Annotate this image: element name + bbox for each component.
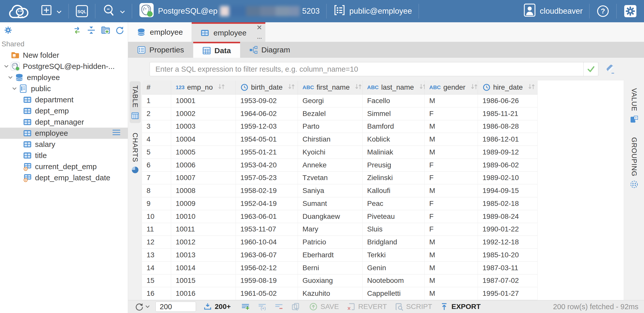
cell-birth_date[interactable]: 1954-05-01 xyxy=(236,133,298,146)
duplicate-row-button[interactable]: (+) xyxy=(258,302,267,311)
cell-last_name[interactable]: Facello xyxy=(363,94,425,107)
cell-first_name[interactable]: Saniya xyxy=(298,184,363,197)
user-menu-button[interactable]: cloudbeaver xyxy=(518,0,588,22)
sort-arrows-icon[interactable] xyxy=(354,83,362,92)
row-number-cell[interactable]: 10 xyxy=(142,210,171,223)
cell-last_name[interactable]: Genin xyxy=(363,262,425,275)
cell-birth_date[interactable]: 1953-11-07 xyxy=(236,223,298,236)
sort-arrows-icon[interactable] xyxy=(287,83,295,92)
cell-hire_date[interactable]: 1989-09-12 xyxy=(478,146,538,159)
cell-last_name[interactable]: Bridgland xyxy=(363,236,425,249)
cell-last_name[interactable]: Nooteboom xyxy=(363,275,425,287)
cell-last_name[interactable]: Simmel xyxy=(363,107,425,120)
cell-emp_no[interactable]: 10008 xyxy=(171,184,236,197)
cell-birth_date[interactable]: 1952-04-19 xyxy=(236,197,298,210)
column-header-emp_no[interactable]: 123emp_no xyxy=(171,81,236,94)
cell-hire_date[interactable]: 1989-02-10 xyxy=(478,172,538,185)
cell-gender[interactable]: F xyxy=(425,107,478,120)
sort-arrows-icon[interactable] xyxy=(527,83,535,92)
cell-gender[interactable]: M xyxy=(425,287,478,300)
panel-tab-grouping[interactable]: GROUPING xyxy=(629,133,640,192)
row-number-cell[interactable]: 4 xyxy=(142,133,171,146)
presentation-tab-table[interactable]: TABLE xyxy=(130,81,141,123)
cell-birth_date[interactable]: 1953-04-20 xyxy=(236,159,298,172)
cell-first_name[interactable]: Chirstian xyxy=(298,133,363,146)
cell-hire_date[interactable]: 1989-06-02 xyxy=(478,159,538,172)
sql-editor-button[interactable]: SQL xyxy=(70,0,94,22)
column-header-first_name[interactable]: ABCfirst_name xyxy=(298,81,363,94)
cell-hire_date[interactable]: 1990-01-22 xyxy=(478,223,538,236)
cell-emp_no[interactable]: 10003 xyxy=(171,120,236,133)
cell-gender[interactable]: F xyxy=(425,197,478,210)
row-number-cell[interactable]: 12 xyxy=(142,236,171,249)
tree-item-dept-manager[interactable]: dept_manager xyxy=(0,116,128,128)
refresh-results-button[interactable] xyxy=(135,302,150,311)
refresh-icon[interactable] xyxy=(115,26,124,35)
cell-last_name[interactable]: Peac xyxy=(363,197,425,210)
column-header-last_name[interactable]: ABClast_name xyxy=(363,81,425,94)
cell-gender[interactable]: M xyxy=(425,94,478,107)
cell-last_name[interactable]: Zielinski xyxy=(363,172,425,185)
cell-birth_date[interactable]: 1961-05-02 xyxy=(236,287,298,300)
cell-emp_no[interactable]: 10002 xyxy=(171,107,236,120)
schema-selector[interactable]: public@employee xyxy=(328,0,417,22)
save-button[interactable]: SAVE xyxy=(309,302,339,311)
cell-first_name[interactable]: Tzvetan xyxy=(298,172,363,185)
cell-emp_no[interactable]: 10009 xyxy=(171,197,236,210)
fetch-size-input[interactable] xyxy=(155,302,196,312)
row-number-cell[interactable]: 9 xyxy=(142,197,171,210)
cell-hire_date[interactable]: 1987-03-11 xyxy=(478,262,538,275)
sort-arrows-icon[interactable] xyxy=(470,83,478,92)
cell-gender[interactable]: M xyxy=(425,120,478,133)
cell-birth_date[interactable]: 1959-12-03 xyxy=(236,120,298,133)
cell-first_name[interactable]: Eberhardt xyxy=(298,249,363,262)
cell-birth_date[interactable]: 1963-06-01 xyxy=(236,210,298,223)
cell-birth_date[interactable]: 1957-05-23 xyxy=(236,172,298,185)
row-number-cell[interactable]: 15 xyxy=(142,275,171,287)
cell-hire_date[interactable]: 1985-10-20 xyxy=(478,249,538,262)
cell-hire_date[interactable]: 1986-06-26 xyxy=(478,94,538,107)
cell-birth_date[interactable]: 1960-10-04 xyxy=(236,236,298,249)
cell-gender[interactable]: M xyxy=(425,133,478,146)
cell-hire_date[interactable]: 1987-07-02 xyxy=(478,275,538,287)
cell-birth_date[interactable]: 1958-02-19 xyxy=(236,184,298,197)
cell-emp_no[interactable]: 10015 xyxy=(171,275,236,287)
tree-item-dept-emp-latest-date[interactable]: dept_emp_latest_date xyxy=(0,172,128,183)
cell-last_name[interactable]: Kalloufi xyxy=(363,184,425,197)
row-number-cell[interactable]: 6 xyxy=(142,159,171,172)
cell-first_name[interactable]: Kazuhito xyxy=(298,287,363,300)
cell-gender[interactable]: M xyxy=(425,236,478,249)
tree-expand-chevron-icon[interactable] xyxy=(2,62,11,71)
cell-birth_date[interactable]: 1959-08-19 xyxy=(236,275,298,287)
tree-item-employee[interactable]: employee xyxy=(0,128,128,139)
script-button[interactable]: SCRIPT xyxy=(395,302,432,311)
cell-first_name[interactable]: Anneke xyxy=(298,159,363,172)
tree-item-employee[interactable]: employee xyxy=(0,72,128,83)
cell-emp_no[interactable]: 10005 xyxy=(171,146,236,159)
cell-emp_no[interactable]: 10010 xyxy=(171,210,236,223)
new-object-button[interactable] xyxy=(35,0,67,22)
duplicate-button-disabled[interactable] xyxy=(291,302,300,311)
row-number-cell[interactable]: 16 xyxy=(142,287,171,300)
cell-hire_date[interactable]: 1986-08-28 xyxy=(478,120,538,133)
connection-selector[interactable]: PostgreSQL@ep5203 xyxy=(134,0,325,22)
cell-birth_date[interactable]: 1956-02-12 xyxy=(236,262,298,275)
cell-gender[interactable]: F xyxy=(425,172,478,185)
column-header-birth_date[interactable]: birth_date xyxy=(236,81,298,94)
column-header-gender[interactable]: ABCgender xyxy=(425,81,478,94)
cell-last_name[interactable]: Terkki xyxy=(363,249,425,262)
cell-emp_no[interactable]: 10007 xyxy=(171,172,236,185)
link-with-editor-icon[interactable] xyxy=(73,26,82,35)
cell-emp_no[interactable]: 10006 xyxy=(171,159,236,172)
cell-emp_no[interactable]: 10013 xyxy=(171,249,236,262)
tab-overflow-dots-icon[interactable]: ••• xyxy=(257,36,262,40)
cell-gender[interactable]: M xyxy=(425,262,478,275)
tree-item-dept-emp[interactable]: dept_emp xyxy=(0,105,128,116)
panel-tab-value[interactable]: VALUE I xyxy=(629,84,640,127)
delete-row-button[interactable] xyxy=(274,302,283,311)
cell-hire_date[interactable]: 1992-12-18 xyxy=(478,236,538,249)
cell-first_name[interactable]: Patricio xyxy=(298,236,363,249)
cell-first_name[interactable]: Berni xyxy=(298,262,363,275)
tree-item-new-folder[interactable]: New folder xyxy=(0,50,128,61)
cell-last_name[interactable]: Maliniak xyxy=(363,146,425,159)
